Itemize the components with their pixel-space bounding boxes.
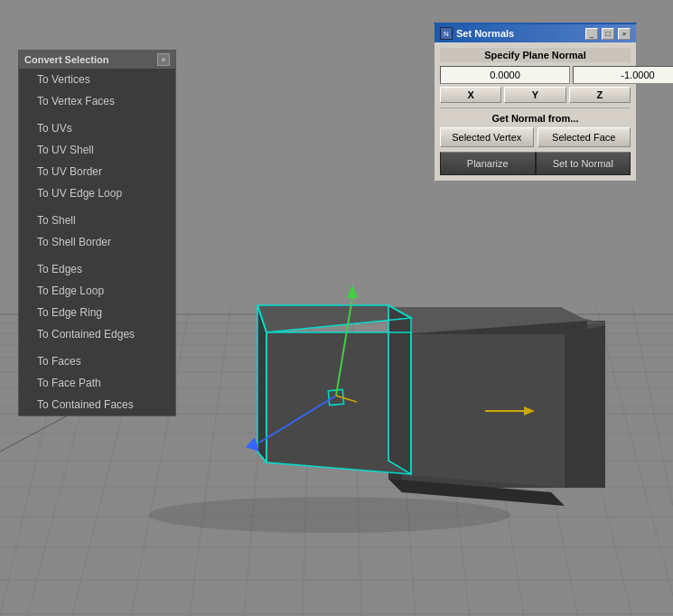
minimize-button[interactable]: _ [585,28,598,40]
selected-vertex-button[interactable]: Selected Vertex [440,127,534,147]
set-to-normal-button[interactable]: Set to Normal [536,152,631,175]
convert-item-to-faces[interactable]: To Faces [19,350,175,372]
convert-items-list: To VerticesTo Vertex FacesTo UVsTo UV Sh… [19,69,175,415]
x-button[interactable]: X [440,87,501,103]
action-buttons-row: Planarize Set to Normal [440,152,631,175]
maximize-button[interactable]: □ [602,28,614,40]
convert-selection-panel: Convert Selection × To VerticesTo Vertex… [18,50,176,416]
convert-item-to-uv-edge-loop[interactable]: To UV Edge Loop [19,182,175,204]
convert-item-to-vertex-faces[interactable]: To Vertex Faces [19,90,175,112]
convert-item-to-edge-ring[interactable]: To Edge Ring [19,302,175,323]
planarize-button[interactable]: Planarize [440,152,536,175]
close-button[interactable]: × [618,28,631,40]
convert-item-to-vertices[interactable]: To Vertices [19,69,175,90]
convert-item-to-shell[interactable]: To Shell [19,210,175,231]
get-normal-buttons-row: Selected Vertex Selected Face [440,127,631,147]
xyz-inputs-row [440,66,631,84]
set-normals-panel: N Set Normals _ □ × Specify Plane Normal… [434,23,637,182]
convert-item-to-edge-loop[interactable]: To Edge Loop [19,280,175,302]
convert-item-to-contained-faces[interactable]: To Contained Faces [19,394,175,415]
get-normal-from-label: Get Normal from... [440,113,631,124]
y-button[interactable]: Y [504,87,566,103]
convert-item-to-face-path[interactable]: To Face Path [19,372,175,394]
convert-item-to-edges[interactable]: To Edges [19,258,175,280]
convert-item-to-uv-shell[interactable]: To UV Shell [19,139,175,161]
section-divider-1 [440,107,631,108]
convert-item-to-uvs[interactable]: To UVs [19,117,175,139]
convert-item-to-contained-edges[interactable]: To Contained Edges [19,323,175,345]
xyz-buttons-row: X Y Z [440,87,631,103]
specify-plane-normal-label: Specify Plane Normal [440,48,631,62]
set-normals-titlebar[interactable]: N Set Normals _ □ × [435,24,636,42]
x-input[interactable] [440,66,570,84]
set-normals-title: Set Normals [456,28,582,39]
z-button[interactable]: Z [569,87,631,103]
y-input[interactable] [573,66,673,84]
set-normals-icon: N [440,27,453,40]
convert-selection-titlebar[interactable]: Convert Selection × [19,51,175,69]
convert-selection-title: Convert Selection [24,54,109,65]
convert-close-button[interactable]: × [157,53,170,66]
selected-face-button[interactable]: Selected Face [537,127,631,147]
set-normals-body: Specify Plane Normal X Y Z Get Normal fr… [435,42,636,181]
convert-item-to-uv-border[interactable]: To UV Border [19,161,175,182]
convert-item-to-shell-border[interactable]: To Shell Border [19,231,175,253]
